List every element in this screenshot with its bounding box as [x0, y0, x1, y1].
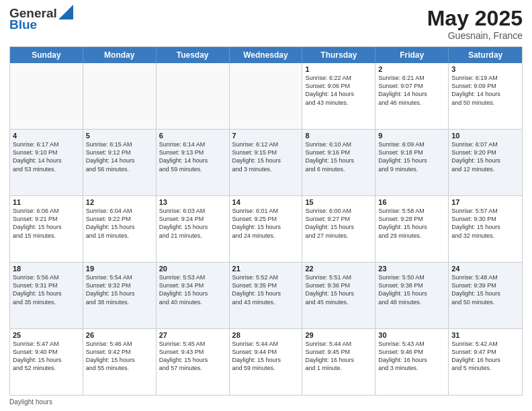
day-info: Sunrise: 5:54 AMSunset: 9:32 PMDaylight:… — [86, 273, 153, 306]
cal-cell: 24Sunrise: 5:48 AMSunset: 9:39 PMDayligh… — [449, 263, 522, 328]
cal-cell: 21Sunrise: 5:52 AMSunset: 9:35 PMDayligh… — [230, 263, 303, 328]
cal-cell: 4Sunrise: 6:17 AMSunset: 9:10 PMDaylight… — [10, 130, 83, 195]
cal-row-1: 4Sunrise: 6:17 AMSunset: 9:10 PMDaylight… — [10, 129, 522, 195]
day-info: Sunrise: 5:56 AMSunset: 9:31 PMDaylight:… — [13, 273, 80, 306]
cal-row-3: 18Sunrise: 5:56 AMSunset: 9:31 PMDayligh… — [10, 262, 522, 328]
day-number: 27 — [159, 331, 226, 339]
day-info: Sunrise: 5:44 AMSunset: 9:45 PMDaylight:… — [305, 340, 372, 373]
day-number: 19 — [86, 265, 153, 273]
day-number: 24 — [451, 265, 519, 273]
cal-cell: 1Sunrise: 6:22 AMSunset: 9:06 PMDaylight… — [302, 63, 375, 129]
cal-cell: 31Sunrise: 5:42 AMSunset: 9:47 PMDayligh… — [449, 329, 522, 395]
day-number: 4 — [13, 132, 80, 140]
cal-cell: 17Sunrise: 5:57 AMSunset: 9:30 PMDayligh… — [449, 196, 522, 262]
cal-cell: 19Sunrise: 5:54 AMSunset: 9:32 PMDayligh… — [83, 263, 157, 328]
day-info: Sunrise: 6:07 AMSunset: 9:20 PMDaylight:… — [451, 140, 519, 173]
day-info: Sunrise: 6:14 AMSunset: 9:13 PMDaylight:… — [159, 140, 226, 173]
day-info: Sunrise: 6:12 AMSunset: 9:15 PMDaylight:… — [232, 140, 300, 173]
day-info: Sunrise: 6:21 AMSunset: 9:07 PMDaylight:… — [378, 74, 445, 107]
day-info: Sunrise: 6:03 AMSunset: 9:24 PMDaylight:… — [159, 207, 226, 240]
day-number: 22 — [305, 265, 372, 273]
cal-cell: 2Sunrise: 6:21 AMSunset: 9:07 PMDaylight… — [375, 63, 449, 129]
day-info: Sunrise: 6:10 AMSunset: 9:16 PMDaylight:… — [305, 140, 372, 173]
logo: General Blue — [9, 7, 73, 31]
day-number: 29 — [305, 331, 372, 339]
cal-cell: 9Sunrise: 6:09 AMSunset: 9:18 PMDaylight… — [375, 130, 449, 195]
day-number: 26 — [86, 331, 153, 339]
day-number: 16 — [378, 198, 445, 206]
cal-row-2: 11Sunrise: 6:06 AMSunset: 9:21 PMDayligh… — [10, 195, 522, 262]
day-info: Sunrise: 5:53 AMSunset: 9:34 PMDaylight:… — [159, 273, 226, 306]
day-info: Sunrise: 5:44 AMSunset: 9:44 PMDaylight:… — [232, 340, 300, 373]
day-info: Sunrise: 5:58 AMSunset: 9:28 PMDaylight:… — [378, 207, 445, 240]
cal-cell: 20Sunrise: 5:53 AMSunset: 9:34 PMDayligh… — [157, 263, 230, 328]
day-info: Sunrise: 6:01 AMSunset: 9:25 PMDaylight:… — [232, 207, 300, 240]
day-number: 15 — [305, 198, 372, 206]
day-info: Sunrise: 5:57 AMSunset: 9:30 PMDaylight:… — [451, 207, 519, 240]
col-wednesday: Wednesday — [230, 47, 303, 63]
day-number: 13 — [159, 198, 226, 206]
day-info: Sunrise: 5:45 AMSunset: 9:43 PMDaylight:… — [159, 340, 226, 373]
cal-cell: 15Sunrise: 6:00 AMSunset: 9:27 PMDayligh… — [302, 196, 375, 262]
cal-cell: 30Sunrise: 5:43 AMSunset: 9:46 PMDayligh… — [375, 329, 449, 395]
day-number: 30 — [378, 331, 445, 339]
cal-cell: 28Sunrise: 5:44 AMSunset: 9:44 PMDayligh… — [230, 329, 303, 395]
col-monday: Monday — [83, 47, 157, 63]
cal-cell: 18Sunrise: 5:56 AMSunset: 9:31 PMDayligh… — [10, 263, 83, 328]
cal-cell: 29Sunrise: 5:44 AMSunset: 9:45 PMDayligh… — [302, 329, 375, 395]
day-number: 6 — [159, 132, 226, 140]
cal-cell: 5Sunrise: 6:15 AMSunset: 9:12 PMDaylight… — [83, 130, 157, 195]
day-info: Sunrise: 6:04 AMSunset: 9:22 PMDaylight:… — [86, 207, 153, 240]
day-number: 25 — [13, 331, 80, 339]
day-number: 12 — [86, 198, 153, 206]
day-info: Sunrise: 6:00 AMSunset: 9:27 PMDaylight:… — [305, 207, 372, 240]
day-info: Sunrise: 5:51 AMSunset: 9:36 PMDaylight:… — [305, 273, 372, 306]
page: General Blue May 2025 Guesnain, France S… — [0, 0, 532, 411]
day-number: 9 — [378, 132, 445, 140]
day-info: Sunrise: 6:06 AMSunset: 9:21 PMDaylight:… — [13, 207, 80, 240]
col-tuesday: Tuesday — [157, 47, 230, 63]
day-number: 17 — [451, 198, 519, 206]
day-info: Sunrise: 5:47 AMSunset: 9:40 PMDaylight:… — [13, 340, 80, 373]
logo-icon — [58, 5, 73, 19]
cal-row-0: 1Sunrise: 6:22 AMSunset: 9:06 PMDaylight… — [10, 63, 522, 129]
day-info: Sunrise: 5:42 AMSunset: 9:47 PMDaylight:… — [451, 340, 519, 373]
day-info: Sunrise: 6:17 AMSunset: 9:10 PMDaylight:… — [13, 140, 80, 173]
day-number: 23 — [378, 265, 445, 273]
cal-cell: 10Sunrise: 6:07 AMSunset: 9:20 PMDayligh… — [449, 130, 522, 195]
day-number: 2 — [378, 65, 445, 73]
calendar-header: Sunday Monday Tuesday Wednesday Thursday… — [10, 47, 522, 63]
day-number: 31 — [451, 331, 519, 339]
cal-cell: 16Sunrise: 5:58 AMSunset: 9:28 PMDayligh… — [375, 196, 449, 262]
col-friday: Friday — [375, 47, 449, 63]
day-info: Sunrise: 5:48 AMSunset: 9:39 PMDaylight:… — [451, 273, 519, 306]
cal-cell — [83, 63, 157, 129]
cal-cell: 26Sunrise: 5:46 AMSunset: 9:42 PMDayligh… — [83, 329, 157, 395]
cal-cell: 25Sunrise: 5:47 AMSunset: 9:40 PMDayligh… — [10, 329, 83, 395]
cal-cell: 27Sunrise: 5:45 AMSunset: 9:43 PMDayligh… — [157, 329, 230, 395]
day-info: Sunrise: 6:19 AMSunset: 9:09 PMDaylight:… — [451, 74, 519, 107]
month-title: May 2025 — [427, 7, 523, 30]
title-block: May 2025 Guesnain, France — [427, 7, 523, 41]
day-info: Sunrise: 6:15 AMSunset: 9:12 PMDaylight:… — [86, 140, 153, 173]
day-info: Sunrise: 5:43 AMSunset: 9:46 PMDaylight:… — [378, 340, 445, 373]
day-info: Sunrise: 6:09 AMSunset: 9:18 PMDaylight:… — [378, 140, 445, 173]
cal-cell: 11Sunrise: 6:06 AMSunset: 9:21 PMDayligh… — [10, 196, 83, 262]
day-info: Sunrise: 5:46 AMSunset: 9:42 PMDaylight:… — [86, 340, 153, 373]
calendar-body: 1Sunrise: 6:22 AMSunset: 9:06 PMDaylight… — [10, 63, 522, 395]
day-number: 21 — [232, 265, 300, 273]
svg-marker-0 — [58, 5, 73, 19]
day-number: 10 — [451, 132, 519, 140]
day-number: 5 — [86, 132, 153, 140]
cal-cell: 14Sunrise: 6:01 AMSunset: 9:25 PMDayligh… — [230, 196, 303, 262]
day-number: 1 — [305, 65, 372, 73]
cal-cell: 3Sunrise: 6:19 AMSunset: 9:09 PMDaylight… — [449, 63, 522, 129]
day-info: Sunrise: 6:22 AMSunset: 9:06 PMDaylight:… — [305, 74, 372, 107]
cal-cell: 23Sunrise: 5:50 AMSunset: 9:38 PMDayligh… — [375, 263, 449, 328]
footer-note: Daylight hours — [9, 398, 523, 406]
cal-row-4: 25Sunrise: 5:47 AMSunset: 9:40 PMDayligh… — [10, 328, 522, 395]
cal-cell: 12Sunrise: 6:04 AMSunset: 9:22 PMDayligh… — [83, 196, 157, 262]
day-number: 28 — [232, 331, 300, 339]
col-saturday: Saturday — [449, 47, 522, 63]
cal-cell: 13Sunrise: 6:03 AMSunset: 9:24 PMDayligh… — [157, 196, 230, 262]
